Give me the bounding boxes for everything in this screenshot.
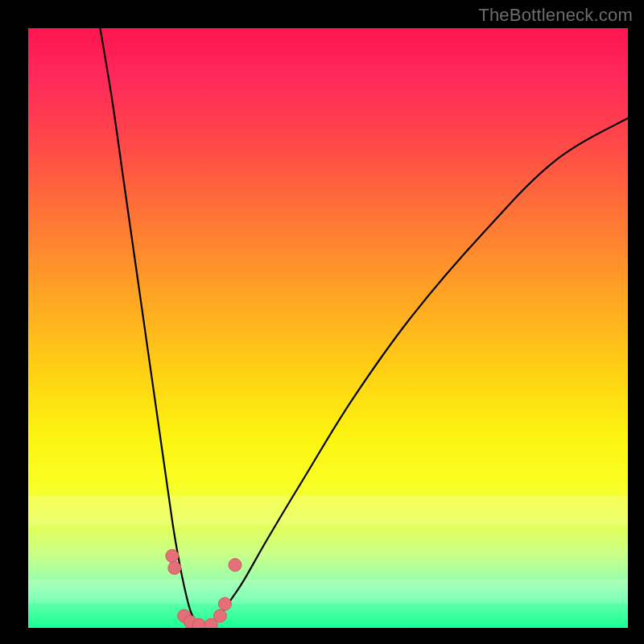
curve-marker [168,562,181,575]
marker-group [166,550,242,628]
curve-marker [213,609,226,622]
plot-area [28,28,628,628]
curve-marker [218,597,231,610]
curve-marker [229,559,242,572]
curve-marker [192,618,205,628]
curves-svg [28,28,628,628]
watermark-text: TheBottleneck.com [478,5,633,26]
right-curve [208,118,629,628]
curve-marker [166,550,179,563]
chart-frame: TheBottleneck.com [0,0,644,644]
left-curve [100,28,202,628]
